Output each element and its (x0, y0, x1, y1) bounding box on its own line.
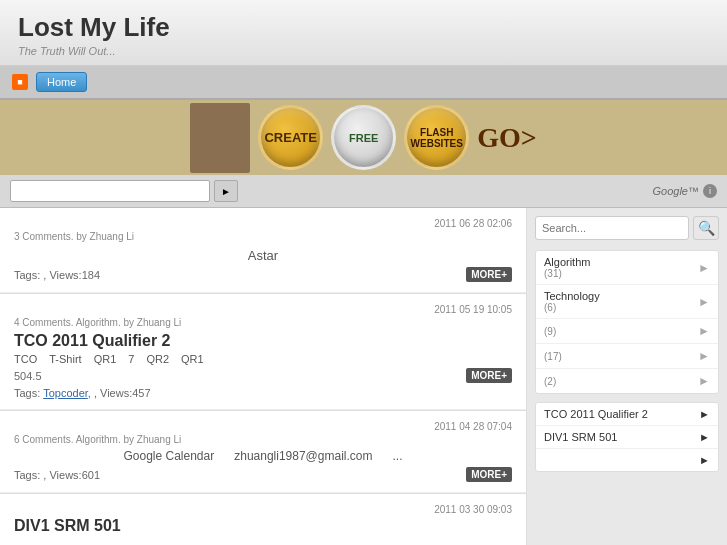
category-3[interactable]: (9) ► (536, 319, 718, 344)
info-icon[interactable]: i (703, 184, 717, 198)
recent-post-3[interactable]: ► (536, 449, 718, 471)
recent-post-1[interactable]: TCO 2011 Qualifier 2 ► (536, 403, 718, 426)
post-3-meta: 2011 04 28 07:04 (14, 421, 512, 432)
post-3-submeta: 6 Comments. Algorithm. by Zhuang Li (14, 434, 512, 445)
recent-post-1-label: TCO 2011 Qualifier 2 (544, 408, 648, 420)
header: Lost My Life The Truth Will Out... (0, 0, 727, 66)
category-algorithm-count: (31) (544, 268, 590, 279)
post-2-submeta: 4 Comments. Algorithm. by Zhuang Li (14, 317, 512, 328)
post-1-meta: 2011 06 28 02:06 (14, 218, 512, 229)
post-3-tags: Tags: , Views:601 MORE+ (14, 467, 512, 482)
category-4-count: (17) (544, 351, 562, 362)
post-1-more[interactable]: MORE+ (466, 267, 512, 282)
post-2-more[interactable]: MORE+ (466, 368, 512, 383)
navbar: ■ Home (0, 66, 727, 100)
content-area: 2011 06 28 02:06 3 Comments. by Zhuang L… (0, 208, 527, 545)
category-technology[interactable]: Technology (6) ► (536, 285, 718, 319)
category-algorithm[interactable]: Algorithm (31) ► (536, 251, 718, 285)
post-4-meta: 2011 03 30 09:03 (14, 504, 512, 515)
topcoder-tag[interactable]: Topcoder (43, 387, 88, 399)
chevron-right-icon-3: ► (698, 324, 710, 338)
main-search-button[interactable]: ► (214, 180, 238, 202)
search-left: ► (10, 180, 238, 202)
banner-create-button[interactable]: CREATE (258, 105, 323, 170)
post-1: 2011 06 28 02:06 3 Comments. by Zhuang L… (0, 208, 526, 293)
chevron-right-icon-2: ► (698, 295, 710, 309)
home-button[interactable]: Home (36, 72, 87, 92)
post-4-title[interactable]: DIV1 SRM 501 (14, 517, 512, 535)
searchbar: ► Google™ i (0, 175, 727, 208)
post-2-col6: QR1 (181, 353, 204, 365)
post-2-title[interactable]: TCO 2011 Qualifier 2 (14, 332, 512, 350)
banner-free-button[interactable]: FREE (331, 105, 396, 170)
sidebar-search-button[interactable]: 🔍 (693, 216, 719, 240)
post-3-email: zhuangli1987@gmail.com (234, 449, 372, 463)
post-1-submeta: 3 Comments. by Zhuang Li (14, 231, 512, 242)
post-2-col3: QR1 (94, 353, 117, 365)
category-technology-count: (6) (544, 302, 600, 313)
post-2-row2: 504.5 MORE+ (14, 368, 512, 383)
chevron-right-icon-5: ► (698, 374, 710, 388)
post-2-col1: TCO (14, 353, 37, 365)
post-3: 2011 04 28 07:04 6 Comments. Algorithm. … (0, 411, 526, 493)
post-2-score: 504.5 (14, 370, 42, 382)
banner-flash-button[interactable]: FLASHWEBSITES (404, 105, 469, 170)
banner-lady-image (190, 103, 250, 173)
chevron-right-icon-rp2: ► (699, 431, 710, 443)
main-search-input[interactable] (10, 180, 210, 202)
post-1-tags-label: Tags: , Views:184 (14, 269, 100, 281)
post-2-tags-label: Tags: Topcoder, , Views:457 (14, 387, 151, 399)
post-3-ellipsis: ... (393, 449, 403, 463)
chevron-right-icon-4: ► (698, 349, 710, 363)
category-5-count: (2) (544, 376, 556, 387)
post-3-tags-label: Tags: , Views:601 (14, 469, 100, 481)
category-algorithm-label: Algorithm (544, 256, 590, 268)
site-title: Lost My Life (18, 12, 709, 43)
post-1-center: Astar (14, 246, 512, 267)
main-layout: 2011 06 28 02:06 3 Comments. by Zhuang L… (0, 208, 727, 545)
banner: CREATE FREE FLASHWEBSITES GO> (0, 100, 727, 175)
sidebar-search-input[interactable] (535, 216, 689, 240)
banner-go-button[interactable]: GO> (477, 122, 537, 154)
category-3-count: (9) (544, 326, 556, 337)
site-tagline: The Truth Will Out... (18, 45, 709, 57)
chevron-right-icon-rp1: ► (699, 408, 710, 420)
sidebar: 🔍 Algorithm (31) ► Technology (6) ► (527, 208, 727, 545)
recent-posts-section: TCO 2011 Qualifier 2 ► DIV1 SRM 501 ► ► (535, 402, 719, 472)
chevron-right-icon-rp3: ► (699, 454, 710, 466)
post-2-row1: TCO T-Shirt QR1 7 QR2 QR1 (14, 353, 512, 365)
post-2-meta: 2011 05 19 10:05 (14, 304, 512, 315)
google-logo: Google™ (653, 185, 699, 197)
category-4[interactable]: (17) ► (536, 344, 718, 369)
category-5[interactable]: (2) ► (536, 369, 718, 393)
post-3-gcal: Google Calendar (123, 449, 214, 463)
post-2: 2011 05 19 10:05 4 Comments. Algorithm. … (0, 294, 526, 410)
post-2-col4: 7 (128, 353, 134, 365)
recent-post-2[interactable]: DIV1 SRM 501 ► (536, 426, 718, 449)
categories-section: Algorithm (31) ► Technology (6) ► (9) ► (535, 250, 719, 394)
post-2-tags: Tags: Topcoder, , Views:457 (14, 387, 512, 399)
sidebar-search-bar: 🔍 (535, 216, 719, 240)
rss-icon[interactable]: ■ (12, 74, 28, 90)
post-3-center-row: Google Calendar zhuangli1987@gmail.com .… (14, 449, 512, 463)
chevron-right-icon: ► (698, 261, 710, 275)
recent-post-2-label: DIV1 SRM 501 (544, 431, 617, 443)
category-technology-label: Technology (544, 290, 600, 302)
banner-inner: CREATE FREE FLASHWEBSITES GO> (0, 100, 727, 175)
post-2-col2: T-Shirt (49, 353, 81, 365)
banner-flash-label: FLASHWEBSITES (411, 127, 463, 149)
post-4: 2011 03 30 09:03 DIV1 SRM 501 (0, 494, 526, 545)
post-1-tags: Tags: , Views:184 MORE+ (14, 267, 512, 282)
post-3-more[interactable]: MORE+ (466, 467, 512, 482)
post-2-col5: QR2 (146, 353, 169, 365)
